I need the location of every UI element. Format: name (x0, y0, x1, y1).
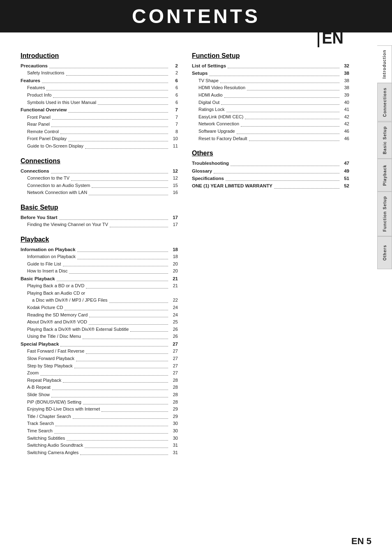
toc-entry: Playing Back a BD or a DVD21 (21, 282, 180, 290)
toc-page-number: 25 (170, 319, 178, 326)
toc-text: Reading the SD Memory Card (27, 312, 88, 319)
toc-page-number: 51 (341, 175, 349, 182)
toc-page-number: 46 (341, 128, 349, 135)
toc-text: Time Search (27, 427, 53, 435)
toc-text: About DivX® and DivX® VOD (27, 319, 87, 326)
toc-page-number: 28 (170, 391, 178, 399)
toc-dots (63, 259, 168, 267)
toc-dots (89, 188, 168, 195)
toc-dots (69, 266, 168, 274)
toc-entry: ONE (1) YEAR LIMITED WARRANTY52 (192, 182, 351, 189)
side-tab-function-setup[interactable]: Function Setup (377, 192, 392, 236)
toc-page-number: 17 (170, 221, 178, 229)
toc-text: Switching Camera Angles (27, 449, 78, 457)
toc-page-number: 28 (170, 384, 178, 391)
toc-dots (221, 98, 339, 105)
toc-page-number: 32 (341, 62, 349, 69)
toc-page-number: 47 (341, 159, 349, 167)
toc-dots (86, 281, 168, 289)
toc-dots (63, 376, 168, 383)
toc-page-number: 30 (170, 427, 178, 435)
toc-text: ONE (1) YEAR LIMITED WARRANTY (192, 182, 272, 189)
toc-page-number: 6 (170, 99, 178, 106)
side-tab-connections[interactable]: Connections (377, 83, 392, 122)
toc-page-number: 22 (170, 297, 178, 304)
toc-page-number: 38 (341, 77, 349, 85)
toc-page-number: 7 (170, 121, 178, 128)
toc-dots (109, 295, 168, 303)
toc-text: Information on Playback (21, 246, 76, 253)
bottom-label: EN 5 (351, 536, 371, 547)
toc-text: Playing Back a BD or a DVD (27, 282, 84, 290)
side-tab-basic-setup[interactable]: Basic Setup (377, 122, 392, 159)
toc-dots (247, 83, 339, 90)
toc-dots (68, 134, 168, 141)
toc-dots (53, 90, 168, 98)
toc-text: Connection to an Audio System (27, 182, 90, 189)
toc-dots (71, 173, 168, 181)
toc-dots (51, 120, 168, 127)
toc-dots (68, 105, 168, 112)
toc-text: Kodak Picture CD (27, 304, 63, 312)
left-column: IntroductionPrecautions2Safety Instructi… (21, 45, 180, 456)
toc-dots (86, 346, 168, 354)
toc-page-number: 49 (341, 167, 349, 175)
toc-entry: Finding the Viewing Channel on Your TV17 (21, 221, 180, 229)
toc-text: Rear Panel (27, 121, 50, 128)
toc-dots (55, 419, 168, 426)
toc-dots (85, 441, 168, 448)
toc-page-number: 10 (170, 135, 178, 143)
toc-page-number: 30 (170, 435, 178, 442)
toc-page-number: 27 (170, 355, 178, 362)
toc-dots (73, 412, 168, 419)
toc-text: Network Connection (198, 120, 239, 128)
toc-dots (54, 426, 168, 434)
toc-page-number: 42 (341, 120, 349, 128)
toc-text: Front Panel Display (27, 135, 67, 143)
side-tab-playback[interactable]: Playback (377, 159, 392, 192)
toc-text: HDMI Audio (198, 92, 223, 99)
toc-entry: Network Connection with LAN16 (21, 189, 180, 196)
toc-text: Guide to On-Screen Display (27, 143, 83, 150)
toc-text: A-B Repeat (27, 384, 51, 391)
toc-dots (80, 448, 168, 455)
toc-dots (224, 90, 339, 98)
toc-text: PiP (BONUSVIEW) Setting (27, 399, 81, 406)
toc-page-number: 7 (170, 114, 178, 121)
toc-text: Ratings Lock (198, 106, 225, 113)
toc-page-number: 30 (170, 420, 178, 427)
toc-text: TV Shape (198, 77, 219, 85)
toc-text: Front Panel (27, 114, 51, 121)
toc-dots (231, 158, 339, 166)
toc-page-number: 18 (170, 253, 178, 261)
toc-dots (228, 61, 339, 68)
toc-dots (40, 368, 168, 376)
side-tab-introduction[interactable]: Introduction (377, 45, 392, 83)
toc-dots (67, 434, 168, 441)
toc-dots (83, 397, 168, 405)
section-title: Basic Setup (21, 204, 180, 211)
toc-dots (241, 119, 339, 127)
toc-entry: Switching Camera Angles31 (21, 449, 180, 457)
toc-text: Basic Playback (21, 275, 55, 282)
right-column: Function SetupList of Settings32Setups38… (192, 45, 351, 456)
toc-page-number: 29 (170, 413, 178, 420)
side-tab-others[interactable]: Others (377, 236, 392, 269)
toc-dots (130, 325, 168, 332)
toc-entry: Reset to Factory Default46 (192, 135, 351, 143)
toc-dots (66, 68, 168, 76)
toc-page-number: 27 (170, 362, 178, 370)
toc-page-number: 6 (170, 77, 178, 84)
toc-text: Features (21, 77, 40, 84)
toc-text: Network Connection with LAN (27, 189, 87, 196)
toc-text: Product Info (27, 92, 51, 99)
toc-page-number: 40 (341, 99, 349, 106)
toc-page-number: 20 (170, 261, 178, 268)
toc-dots (92, 181, 168, 188)
toc-dots (214, 166, 339, 173)
toc-text: Switching Subtitles (27, 435, 65, 442)
toc-page-number: 24 (170, 312, 178, 319)
toc-dots (274, 181, 339, 188)
toc-dots (51, 166, 168, 173)
toc-dots (85, 141, 168, 149)
